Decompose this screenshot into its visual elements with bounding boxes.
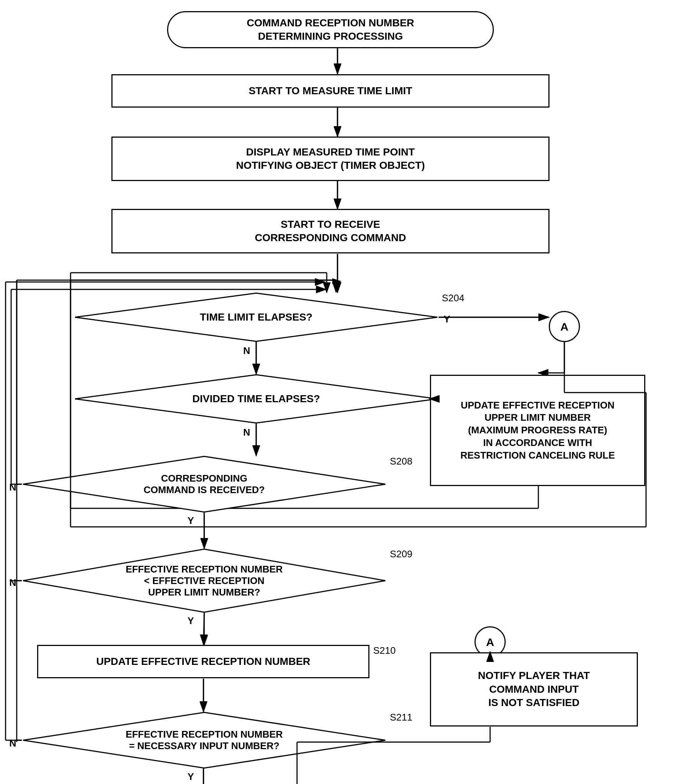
circle-a-top: A (549, 311, 580, 342)
s209-diamond: EFFECTIVE RECEPTION NUMBER < EFFECTIVE R… (22, 548, 386, 613)
s208-n-label: N (9, 482, 16, 493)
s210-box: UPDATE EFFECTIVE RECEPTION NUMBER (37, 645, 369, 678)
start-oval-text: COMMAND RECEPTION NUMBER DETERMINING PRO… (246, 16, 414, 44)
s201-box: START TO MEASURE TIME LIMIT (111, 74, 550, 107)
label-s211: S211 (390, 712, 413, 723)
s202-box: DISPLAY MEASURED TIME POINT NOTIFYING OB… (111, 137, 550, 181)
s208-y-label: Y (187, 515, 194, 526)
s204-n-label: N (243, 345, 250, 356)
s204-y-label: Y (444, 314, 450, 325)
svg-line-60 (203, 613, 204, 644)
s203-box: START TO RECEIVE CORRESPONDING COMMAND (111, 209, 550, 254)
s211-diamond: EFFECTIVE RECEPTION NUMBER = NECESSARY I… (22, 712, 386, 769)
label-s209: S209 (390, 548, 413, 560)
s205-box: NOTIFY PLAYER THAT COMMAND INPUT IS NOT … (430, 652, 638, 726)
s209-n-label: N (9, 577, 16, 588)
start-oval: COMMAND RECEPTION NUMBER DETERMINING PRO… (167, 11, 494, 48)
flowchart: COMMAND RECEPTION NUMBER DETERMINING PRO… (0, 0, 675, 784)
s211-y-label: Y (187, 771, 194, 782)
s209-y-label: Y (187, 615, 194, 627)
s207-box: UPDATE EFFECTIVE RECEPTION UPPER LIMIT N… (430, 375, 645, 486)
s204-diamond: TIME LIMIT ELAPSES? (74, 292, 438, 342)
s206-diamond: DIVIDED TIME ELAPSES? (74, 374, 438, 424)
s211-n-label: N (9, 737, 16, 749)
s208-diamond: CORRESPONDING COMMAND IS RECEIVED? (22, 456, 386, 513)
label-s210: S210 (373, 645, 396, 656)
label-s208: S208 (390, 456, 413, 467)
s206-n-label: N (243, 427, 250, 438)
svg-marker-43 (332, 278, 341, 284)
label-s204: S204 (442, 292, 465, 304)
